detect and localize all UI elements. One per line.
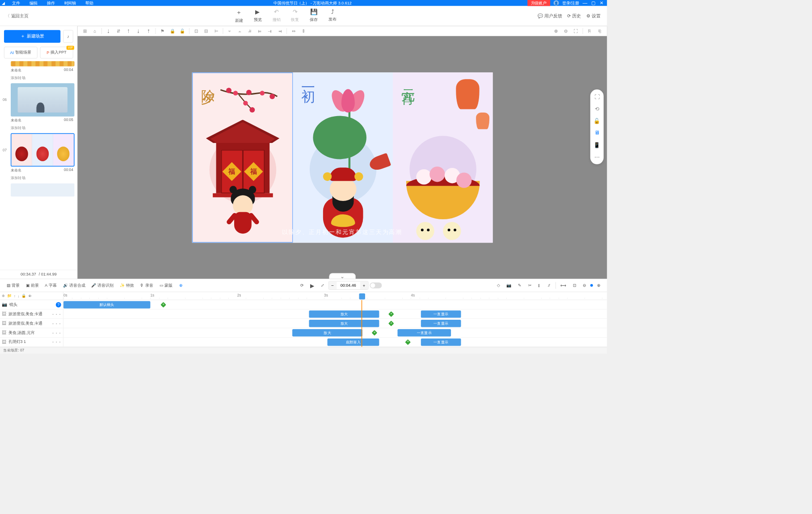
tl-字幕[interactable]: A 字幕 xyxy=(42,281,59,290)
smart-scene-button[interactable]: AI 智能场景 xyxy=(4,47,37,59)
keyframe[interactable] xyxy=(388,321,394,326)
track-lane[interactable]: 放大一直显示 xyxy=(63,328,607,337)
align-top-icon[interactable]: ⭡ xyxy=(124,27,133,35)
scene-thumb[interactable] xyxy=(11,83,75,117)
scene-thumb[interactable] xyxy=(11,61,75,67)
toolbar-新建[interactable]: ＋新建 xyxy=(235,8,243,24)
clip[interactable]: 放大 xyxy=(309,310,379,318)
track-label[interactable]: 🖼旅游度假,美食,卡通• • • xyxy=(0,319,63,328)
lock-icon[interactable]: 🔒 xyxy=(168,27,177,35)
clip[interactable]: 一直显示 xyxy=(421,320,461,327)
canvas-panel-chuxi[interactable]: 除夕 福 xyxy=(192,72,293,242)
zoom-in-tl-icon[interactable]: ⊕ xyxy=(594,282,603,289)
new-scene-button[interactable]: ＋ 新建场景 xyxy=(4,30,60,42)
more-tools-icon[interactable]: ⊕ xyxy=(177,282,185,289)
layer-down-icon[interactable]: ↓ xyxy=(17,294,19,298)
clip[interactable]: 一直显示 xyxy=(421,310,461,318)
keyframe[interactable] xyxy=(160,302,166,308)
align-bottom-icon[interactable]: ⭣ xyxy=(104,27,113,35)
minimize-icon[interactable]: — xyxy=(583,0,587,6)
zoom-fit-icon[interactable]: ⟷ xyxy=(558,282,569,289)
scene-item[interactable]: 未命名00:04 添加转场 xyxy=(3,61,75,82)
scene-thumb[interactable] xyxy=(11,133,75,167)
keyframe[interactable] xyxy=(405,339,411,345)
collapse-timeline-icon[interactable]: ⌄ xyxy=(329,273,356,279)
track-lane[interactable]: 默认镜头 xyxy=(63,300,607,309)
grid-icon[interactable]: ⊞ xyxy=(80,27,89,35)
zoom-in-icon[interactable]: ⊕ xyxy=(551,27,560,35)
time-decrement-button[interactable]: − xyxy=(328,281,337,289)
tl-语音合成[interactable]: 🔊 语音合成 xyxy=(60,281,88,290)
tl-前景[interactable]: ▣ 前景 xyxy=(23,281,42,290)
avatar-icon[interactable]: 👤 xyxy=(553,0,559,6)
group-icon[interactable]: ⊡ xyxy=(191,27,201,35)
unlock-canvas-icon[interactable]: 🔓 xyxy=(593,117,601,125)
align-v-bottom-icon[interactable]: ⫤ xyxy=(275,27,285,35)
track-lane[interactable]: 放大一直显示 xyxy=(63,309,607,318)
close-icon[interactable]: ✕ xyxy=(600,0,604,6)
play-button[interactable]: ▶ xyxy=(307,281,317,290)
clip[interactable]: 底部渐入 xyxy=(328,338,379,346)
path-tool-icon[interactable]: ⫽ xyxy=(544,282,554,289)
scene-item[interactable]: 07 未命名00:04 添加转场 xyxy=(3,133,75,182)
paste-icon[interactable]: ⎗ xyxy=(595,27,604,35)
zoom-selection-icon[interactable]: ⊡ xyxy=(570,282,579,289)
copy-icon[interactable]: ⎘ xyxy=(585,27,594,35)
track-label[interactable]: 🖼孔明灯3 1• • • xyxy=(0,338,63,347)
back-to-home-link[interactable]: 〈 返回主页 xyxy=(0,13,34,19)
flag-icon[interactable]: ⚑ xyxy=(158,27,167,35)
scene-item[interactable] xyxy=(3,183,75,196)
add-transition-link[interactable]: 添加转场 xyxy=(3,124,75,132)
expand-icon[interactable]: ⤢ xyxy=(318,282,327,289)
align-middle-icon[interactable]: ⇵ xyxy=(114,27,123,35)
tl-录音[interactable]: 🎙 录音 xyxy=(137,281,156,290)
desktop-view-icon[interactable]: 🖥 xyxy=(593,129,601,137)
music-button[interactable]: ♪ xyxy=(63,30,73,42)
toolbar-right-设置[interactable]: ⚙ 设置 xyxy=(586,13,600,19)
bring-front-icon[interactable]: ⭱ xyxy=(144,27,153,35)
add-transition-link[interactable]: 添加转场 xyxy=(3,74,75,82)
fullscreen-icon[interactable]: ⛶ xyxy=(593,93,601,101)
eye-tracks-icon[interactable]: 👁 xyxy=(28,294,32,298)
lock-tracks-icon[interactable]: 🔒 xyxy=(21,294,26,298)
loop-icon[interactable]: ⟳ xyxy=(298,282,306,289)
track-label[interactable]: 📷镜头? xyxy=(0,300,63,309)
add-transition-link[interactable]: 添加转场 xyxy=(3,174,75,182)
menu-timeline[interactable]: 时间轴 xyxy=(60,0,80,6)
edit-tool-icon[interactable]: ✎ xyxy=(515,282,524,289)
folder-icon[interactable]: 📁 xyxy=(7,294,12,298)
ungroup-icon[interactable]: ⊟ xyxy=(202,27,211,35)
time-increment-button[interactable]: + xyxy=(360,281,368,289)
align-h-center-icon[interactable]: ⫠ xyxy=(235,27,244,35)
keyframe-tool-icon[interactable]: ◇ xyxy=(494,282,503,289)
help-icon[interactable]: ? xyxy=(56,302,61,307)
track-lane[interactable]: 放大一直显示 xyxy=(63,319,607,328)
keyframe[interactable] xyxy=(372,330,378,336)
scene-thumb[interactable] xyxy=(11,183,75,196)
toolbar-right-历史[interactable]: ⟳ 历史 xyxy=(567,13,581,19)
split-tool-icon[interactable]: ✂ xyxy=(526,282,534,289)
maximize-icon[interactable]: ▢ xyxy=(591,0,596,6)
rotate-icon[interactable]: ⟲ xyxy=(593,105,601,113)
align-left-icon[interactable]: ⊢ xyxy=(211,27,221,35)
zoom-out-icon[interactable]: ⊖ xyxy=(561,27,571,35)
clip[interactable]: 一直显示 xyxy=(421,338,461,346)
toolbar-预览[interactable]: ▶预览 xyxy=(254,8,262,24)
align-v-middle-icon[interactable]: ⫣ xyxy=(265,27,275,35)
camera-tool-icon[interactable]: 📷 xyxy=(504,282,514,289)
tl-语音识别[interactable]: 🎤 语音识别 xyxy=(88,281,116,290)
clip[interactable]: 放大 xyxy=(292,329,362,336)
layer-up-icon[interactable]: ↑ xyxy=(14,294,16,298)
unlock-icon[interactable]: 🔓 xyxy=(178,27,187,35)
track-label[interactable]: 🖼旅游度假,美食,卡通• • • xyxy=(0,309,63,318)
dist-v-icon[interactable]: ⇕ xyxy=(299,27,308,35)
menu-help[interactable]: 帮助 xyxy=(81,0,97,6)
canvas-panel-yuanxiao[interactable]: 元宵 xyxy=(393,72,492,242)
login-register-link[interactable]: 登录/注册 xyxy=(562,0,579,6)
more-icon[interactable]: ⋯ xyxy=(593,153,601,161)
dist-h-icon[interactable]: ⇔ xyxy=(289,27,299,35)
snap-toggle[interactable] xyxy=(370,282,382,288)
align-h-left-icon[interactable]: ⫟ xyxy=(225,27,235,35)
clip[interactable]: 一直显示 xyxy=(398,329,451,336)
playhead-handle[interactable] xyxy=(359,293,365,299)
